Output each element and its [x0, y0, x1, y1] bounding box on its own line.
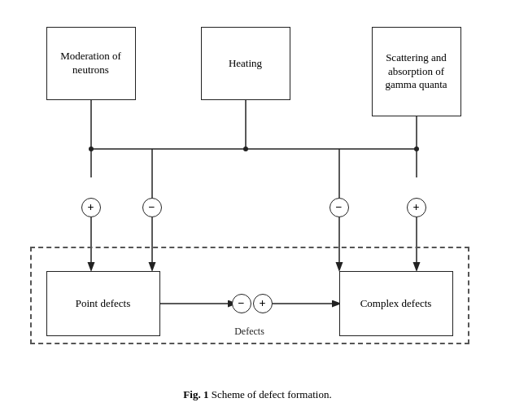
circle-minus3: −: [232, 294, 251, 313]
circle-minus1: −: [142, 198, 162, 217]
svg-point-14: [414, 147, 419, 151]
point-defects-label: Point defects: [76, 297, 131, 311]
circle-plus2: +: [407, 198, 426, 217]
point-defects-box: Point defects: [46, 271, 160, 336]
moderation-box: Moderation of neutrons: [46, 27, 136, 100]
svg-point-12: [89, 147, 94, 151]
diagram: Moderation of neutrons Heating Scatterin…: [22, 19, 494, 377]
heating-label: Heating: [229, 57, 262, 71]
circle-plus3: +: [253, 294, 273, 313]
svg-point-13: [243, 147, 248, 151]
complex-defects-label: Complex defects: [360, 297, 432, 311]
moderation-label: Moderation of neutrons: [47, 50, 135, 77]
complex-defects-box: Complex defects: [339, 271, 453, 336]
scattering-label: Scattering and absorption of gamma quant…: [373, 51, 460, 93]
scattering-box: Scattering and absorption of gamma quant…: [372, 27, 461, 116]
circle-plus1: +: [81, 198, 101, 217]
fig-label: Fig. 1: [183, 388, 208, 400]
circle-minus2: −: [330, 198, 349, 217]
caption-text: Scheme of defect formation.: [212, 388, 332, 400]
heating-box: Heating: [201, 27, 290, 100]
defects-label: Defects: [231, 326, 268, 338]
caption: Fig. 1 Scheme of defect formation.: [183, 388, 331, 401]
